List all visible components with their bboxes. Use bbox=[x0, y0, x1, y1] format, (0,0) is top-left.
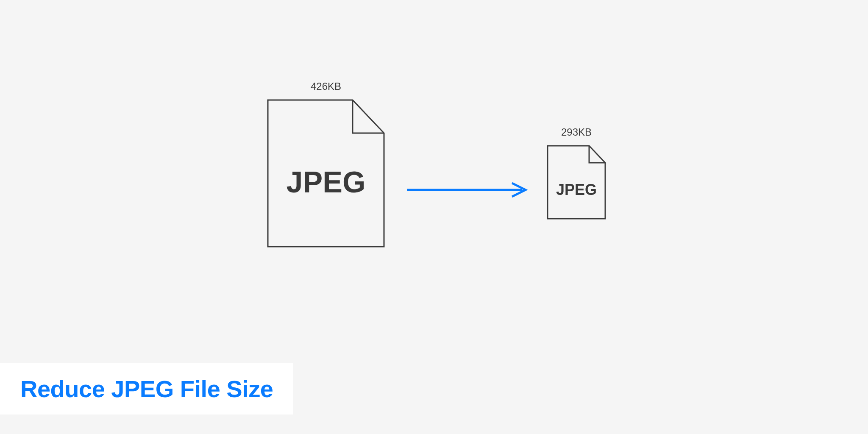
source-file-size-label: 426KB bbox=[311, 81, 341, 92]
arrow-right-icon bbox=[405, 181, 528, 198]
jpeg-file-large-icon: JPEG bbox=[267, 99, 385, 248]
title-panel: Reduce JPEG File Size bbox=[0, 363, 293, 415]
source-file-format-label: JPEG bbox=[287, 166, 366, 199]
result-file-group: 293KB JPEG bbox=[547, 126, 606, 220]
jpeg-file-small-icon: JPEG bbox=[547, 145, 606, 220]
page-title: Reduce JPEG File Size bbox=[20, 375, 273, 403]
result-file-size-label: 293KB bbox=[561, 126, 592, 138]
result-file-format-label: JPEG bbox=[556, 181, 597, 198]
source-file-group: 426KB JPEG bbox=[267, 81, 385, 248]
